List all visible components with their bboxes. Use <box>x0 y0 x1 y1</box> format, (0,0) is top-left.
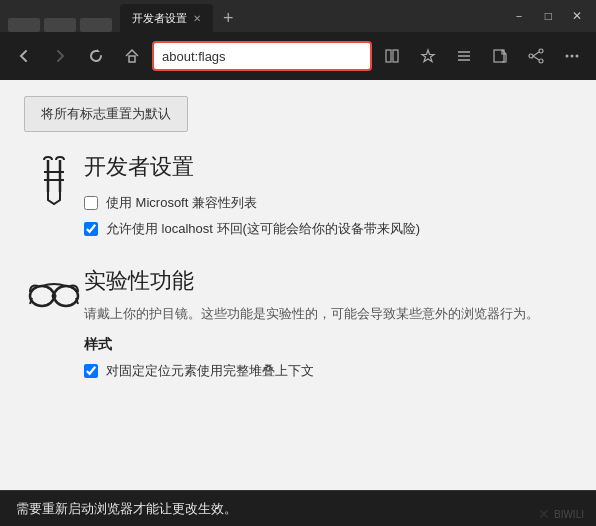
status-bar: 需要重新启动浏览器才能让更改生效。 ✕ BIWILI <box>0 490 596 526</box>
reading-view-btn[interactable] <box>376 40 408 72</box>
svg-point-14 <box>571 55 574 58</box>
tab-list: 开发者设置 ✕ + <box>8 0 499 32</box>
watermark: ✕ BIWILI <box>538 506 584 522</box>
svg-point-9 <box>539 59 543 63</box>
main-content: 将所有标志重置为默认 开发者设置 使用 Microsoft 兼容性列表 <box>0 80 596 490</box>
note-btn[interactable] <box>484 40 516 72</box>
fixed-position-label: 对固定定位元素使用完整堆叠上下文 <box>106 362 314 380</box>
share-btn[interactable] <box>520 40 552 72</box>
watermark-label: BIWILI <box>554 509 584 520</box>
svg-line-12 <box>533 56 539 60</box>
developer-section-title: 开发者设置 <box>84 152 572 182</box>
svg-rect-2 <box>386 50 391 62</box>
home-button[interactable] <box>116 40 148 72</box>
address-bar-wrapper <box>152 41 372 71</box>
svg-rect-3 <box>393 50 398 62</box>
svg-point-21 <box>54 286 78 306</box>
status-text: 需要重新启动浏览器才能让更改生效。 <box>16 500 237 518</box>
compat-list-checkbox[interactable] <box>84 196 98 210</box>
experimental-section-body: 实验性功能 请戴上你的护目镜。这些功能是实验性的，可能会导致某些意外的浏览器行为… <box>84 266 572 388</box>
forward-button[interactable] <box>44 40 76 72</box>
localhost-row: 允许使用 localhost 环回(这可能会给你的设备带来风险) <box>84 220 572 238</box>
goggles-icon <box>24 270 84 310</box>
style-sub-title: 样式 <box>84 336 572 354</box>
svg-point-15 <box>576 55 579 58</box>
tab-close-btn[interactable]: ✕ <box>193 13 201 24</box>
svg-point-8 <box>539 49 543 53</box>
localhost-label: 允许使用 localhost 环回(这可能会给你的设备带来风险) <box>106 220 420 238</box>
tab-developer-settings[interactable]: 开发者设置 ✕ <box>120 4 213 32</box>
developer-section: 开发者设置 使用 Microsoft 兼容性列表 允许使用 localhost … <box>24 152 572 246</box>
minimize-btn[interactable]: － <box>507 8 531 25</box>
hub-btn[interactable] <box>448 40 480 72</box>
svg-point-20 <box>30 286 54 306</box>
window-controls: － □ ✕ <box>507 8 588 25</box>
svg-rect-1 <box>129 56 135 62</box>
svg-line-11 <box>533 52 539 56</box>
experimental-section-title: 实验性功能 <box>84 266 572 296</box>
reset-flags-button[interactable]: 将所有标志重置为默认 <box>24 96 188 132</box>
svg-marker-0 <box>97 49 100 52</box>
experimental-section: 实验性功能 请戴上你的护目镜。这些功能是实验性的，可能会导致某些意外的浏览器行为… <box>24 266 572 388</box>
close-btn[interactable]: ✕ <box>566 9 588 23</box>
svg-point-13 <box>566 55 569 58</box>
more-btn[interactable] <box>556 40 588 72</box>
maximize-btn[interactable]: □ <box>539 9 558 23</box>
developer-section-body: 开发者设置 使用 Microsoft 兼容性列表 允许使用 localhost … <box>84 152 572 246</box>
compat-list-row: 使用 Microsoft 兼容性列表 <box>84 194 572 212</box>
experimental-description: 请戴上你的护目镜。这些功能是实验性的，可能会导致某些意外的浏览器行为。 <box>84 304 572 324</box>
tab-label: 开发者设置 <box>132 11 187 26</box>
fixed-position-row: 对固定定位元素使用完整堆叠上下文 <box>84 362 572 380</box>
localhost-checkbox[interactable] <box>84 222 98 236</box>
fixed-position-checkbox[interactable] <box>84 364 98 378</box>
developer-icon <box>24 156 84 208</box>
nav-bar <box>0 32 596 80</box>
back-button[interactable] <box>8 40 40 72</box>
new-tab-btn[interactable]: + <box>215 4 242 32</box>
address-input[interactable] <box>152 41 372 71</box>
compat-list-label: 使用 Microsoft 兼容性列表 <box>106 194 257 212</box>
svg-point-10 <box>529 54 533 58</box>
title-bar: 开发者设置 ✕ + － □ ✕ <box>0 0 596 32</box>
refresh-button[interactable] <box>80 40 112 72</box>
favorites-btn[interactable] <box>412 40 444 72</box>
